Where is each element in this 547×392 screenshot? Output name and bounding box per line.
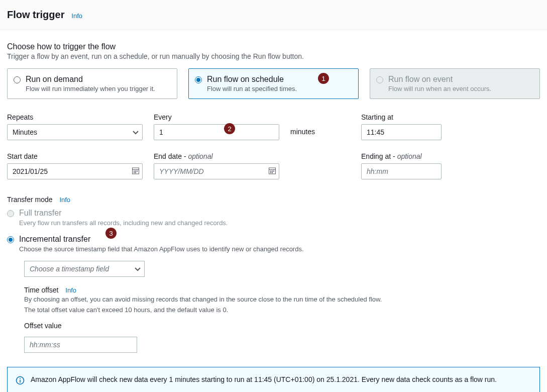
tile-run-on-demand[interactable]: Run on demand Flow will run immediately …: [7, 68, 177, 99]
svg-point-15: [20, 378, 21, 379]
tile-title: Run on demand: [26, 75, 170, 84]
trigger-section-heading: Choose how to trigger the flow Trigger a…: [7, 42, 540, 60]
offset-desc-1: By choosing an offset, you can avoid mis…: [24, 295, 540, 304]
tile-title: Run flow on schedule: [207, 75, 351, 84]
section-desc: Trigger a flow by an event, run on a sch…: [7, 52, 540, 60]
tile-sub: Flow will run at specified times.: [207, 85, 351, 92]
start-date-label: Start date: [7, 152, 143, 160]
radio-icon: [195, 76, 202, 83]
timestamp-field-select[interactable]: Choose a timestamp field: [24, 261, 145, 277]
time-offset-info-link[interactable]: Info: [65, 286, 76, 294]
radio-icon: [7, 210, 14, 217]
transfer-mode-section: Transfer mode Info Full transfer Every f…: [7, 195, 540, 353]
offset-value-input[interactable]: [24, 337, 137, 353]
info-banner-message: Amazon AppFlow will check new data every…: [31, 374, 497, 385]
starting-at-label: Starting at: [361, 113, 442, 121]
end-date-field: End date - optional: [154, 152, 279, 179]
time-offset-label: Time offset: [24, 286, 58, 294]
offset-value-label: Offset value: [24, 322, 540, 330]
repeats-select[interactable]: Minutes: [7, 124, 143, 140]
repeats-field: Repeats Minutes: [7, 113, 143, 140]
tile-title: Run flow on event: [388, 75, 532, 84]
info-banner: Amazon AppFlow will check new data every…: [7, 367, 540, 392]
header-info-link[interactable]: Info: [71, 12, 82, 20]
ending-at-field: Ending at - optional: [361, 152, 442, 179]
ending-at-input[interactable]: [361, 163, 442, 179]
start-date-field: Start date: [7, 152, 143, 179]
start-date-input[interactable]: [7, 163, 143, 179]
every-input[interactable]: [154, 124, 279, 140]
incremental-sub: Choose the source timestamp field that A…: [19, 245, 540, 254]
every-unit-label: minutes: [290, 118, 315, 136]
incremental-title: Incremental transfer: [19, 235, 540, 244]
radio-icon: [7, 236, 14, 243]
radio-full-transfer: Full transfer Every flow run transfers a…: [7, 209, 540, 228]
tile-sub: Flow will run when an event occurs.: [388, 85, 532, 92]
callout-2: 2: [224, 123, 235, 134]
full-transfer-sub: Every flow run transfers all records, in…: [19, 219, 228, 228]
radio-incremental-transfer[interactable]: Incremental transfer Choose the source t…: [7, 235, 540, 254]
tile-run-on-event: Run flow on event Flow will run when an …: [370, 68, 540, 99]
tile-run-on-schedule[interactable]: Run flow on schedule Flow will run at sp…: [188, 68, 359, 99]
starting-at-input[interactable]: [361, 124, 442, 140]
page-header: Flow trigger Info: [0, 0, 547, 30]
page-title: Flow trigger: [7, 9, 64, 20]
ending-at-label: Ending at - optional: [361, 152, 442, 160]
transfer-mode-label: Transfer mode: [7, 195, 53, 204]
end-date-label: End date - optional: [154, 152, 279, 160]
trigger-tiles: Run on demand Flow will run immediately …: [7, 68, 540, 99]
section-title: Choose how to trigger the flow: [7, 42, 540, 51]
tile-sub: Flow will run immediately when you trigg…: [26, 85, 170, 92]
offset-desc-2: The total offset value can't exceed 10 h…: [24, 306, 540, 315]
starting-at-field: Starting at: [361, 113, 442, 140]
svg-rect-16: [20, 380, 21, 383]
radio-icon: [376, 76, 383, 83]
callout-1: 1: [318, 73, 329, 84]
radio-icon: [14, 76, 21, 83]
info-icon: [16, 376, 25, 386]
full-transfer-title: Full transfer: [19, 209, 228, 218]
repeats-label: Repeats: [7, 113, 143, 121]
every-label: Every: [154, 113, 279, 121]
transfer-mode-info-link[interactable]: Info: [59, 196, 70, 204]
end-date-input[interactable]: [154, 163, 279, 179]
every-field: Every 2: [154, 113, 279, 140]
